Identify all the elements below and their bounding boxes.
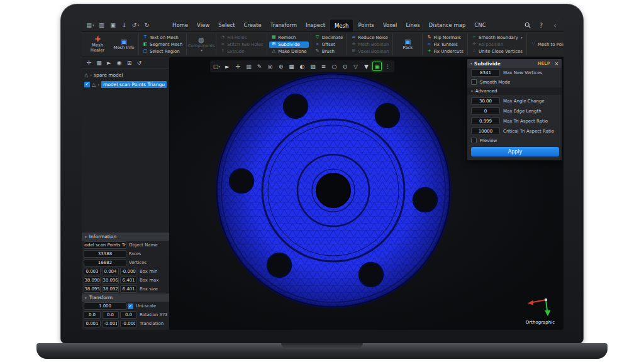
components-button[interactable]: ◍ Components ▾: [189, 36, 214, 53]
preview-checkbox[interactable]: [471, 138, 477, 143]
tab-distance-map[interactable]: Distance map: [425, 19, 470, 31]
max-tri-aspect-ratio-input[interactable]: [471, 118, 500, 125]
open-button[interactable]: ▥: [97, 21, 106, 30]
select-region-button[interactable]: ▢Select Region: [141, 48, 184, 55]
decimate-button[interactable]: ▽Decimate: [313, 35, 345, 41]
tab-inspect[interactable]: Inspect: [301, 19, 330, 31]
save-button[interactable]: ▣: [108, 21, 118, 30]
unite-close-vertices-button[interactable]: ∴Unite Close Vertices: [470, 48, 525, 55]
refresh-icon[interactable]: ↺: [136, 60, 143, 66]
smooth-mode-checkbox[interactable]: [471, 79, 477, 85]
flange-body[interactable]: [216, 74, 450, 307]
flip-normals-button[interactable]: ⇅Flip Normals: [425, 35, 465, 41]
transform-header[interactable]: ▾ Transform: [82, 293, 169, 302]
section-icon[interactable]: ≡: [319, 62, 328, 71]
max-edge-length-input[interactable]: [471, 107, 500, 115]
rotation-z-input[interactable]: [120, 311, 137, 319]
brush-button[interactable]: ✎Brush: [313, 48, 345, 55]
help-link[interactable]: HELP: [538, 61, 550, 66]
subdivide-button[interactable]: ⊞Subdivide: [269, 41, 308, 48]
tab-voxel[interactable]: Voxel: [379, 19, 401, 31]
translation-z-input[interactable]: [120, 320, 137, 327]
orientation-gizmo[interactable]: Orthographic: [511, 294, 555, 325]
fill-holes-button[interactable]: ◔Fill Holes: [218, 35, 265, 41]
visibility-icon[interactable]: ◉: [116, 60, 123, 66]
apply-button[interactable]: Apply: [471, 147, 559, 156]
projection-label[interactable]: Orthographic: [511, 320, 555, 325]
pointer-icon[interactable]: ►: [223, 62, 232, 71]
re-position-button[interactable]: ✛Re-position: [470, 41, 525, 48]
import-button[interactable]: ↓: [119, 21, 129, 30]
filter-icon[interactable]: ▼: [362, 62, 371, 71]
uni-scale-input[interactable]: [84, 302, 126, 310]
measure-icon[interactable]: ⊕: [276, 62, 286, 71]
expand-chevron-icon[interactable]: ›: [90, 73, 92, 78]
tree-row-spare-model[interactable]: △ › spare model: [82, 70, 169, 80]
make-delone-button[interactable]: △Make Delone: [269, 48, 308, 55]
remesh-button[interactable]: ▦Remesh: [269, 35, 308, 41]
camera-icon[interactable]: ▥: [244, 62, 253, 71]
rotation-y-input[interactable]: [102, 311, 119, 319]
lasso-icon[interactable]: ○: [330, 62, 339, 71]
close-icon[interactable]: ✕: [555, 61, 558, 67]
mesh-to-points-button[interactable]: ∵Mesh to Points: [529, 41, 564, 48]
grid-icon[interactable]: ▦: [287, 62, 296, 71]
fix-tunnels-button[interactable]: ∩Fix Tunnels: [425, 41, 465, 48]
tab-transform[interactable]: Transform: [266, 19, 301, 31]
duplicate-icon[interactable]: ⊞: [126, 60, 133, 66]
max-new-vertices-input[interactable]: [471, 69, 500, 77]
marquee-select-icon[interactable]: ▢▾: [212, 62, 221, 71]
fix-undercuts-button[interactable]: +Fix Undercuts: [425, 48, 465, 55]
group-icon[interactable]: ▦: [96, 60, 103, 66]
voxel-boolean-button[interactable]: ⊞Voxel Boolean: [349, 48, 391, 55]
stitch-two-holes-button[interactable]: ≈Stitch Two Holes: [218, 41, 265, 48]
select-icon[interactable]: ►: [106, 60, 113, 66]
reduce-noise-button[interactable]: ≈Reduce Noise: [349, 35, 391, 41]
move-icon[interactable]: ✛: [233, 62, 243, 71]
offset-button[interactable]: »Offset: [313, 41, 345, 48]
tab-mesh[interactable]: Mesh: [330, 19, 353, 31]
mesh-boolean-button[interactable]: ⊕Mesh Boolean: [349, 41, 391, 48]
redo-button[interactable]: ↻: [142, 21, 152, 30]
extrude-button[interactable]: ↑Extrude: [218, 48, 265, 55]
expand-chevron-icon[interactable]: ›: [97, 82, 99, 87]
advanced-section-header[interactable]: ▾ Advanced: [467, 87, 562, 95]
snap-icon[interactable]: ⊙: [340, 62, 350, 71]
uni-scale-checkbox[interactable]: ✓: [128, 304, 133, 309]
target-icon[interactable]: ◎: [265, 62, 275, 71]
visibility-checkbox[interactable]: ✓: [84, 82, 90, 87]
tab-select[interactable]: Select: [214, 19, 239, 31]
tab-home[interactable]: Home: [168, 19, 192, 31]
critical-tri-aspect-ratio-input[interactable]: [471, 128, 500, 135]
tab-create[interactable]: Create: [240, 19, 266, 31]
tab-lines[interactable]: Lines: [401, 19, 424, 31]
max-angle-change-input[interactable]: [471, 97, 500, 105]
subdivide-header[interactable]: ▾ Subdivide HELP ✕: [467, 59, 562, 68]
wireframe-icon[interactable]: ▧: [308, 62, 318, 71]
text-on-mesh-button[interactable]: TText on Mesh: [141, 35, 184, 41]
search-icon[interactable]: [523, 21, 532, 30]
more-options-icon[interactable]: ⋮: [383, 62, 392, 71]
tab-cnc[interactable]: CNC: [470, 19, 490, 31]
tab-view[interactable]: View: [192, 19, 214, 31]
tree-row-model-scan[interactable]: ✓ △ › model scan Points Triangu: [82, 80, 169, 89]
mesh-healer-button[interactable]: ✚ Mesh Healer: [85, 36, 110, 52]
viewport-3d[interactable]: ▢▾ ► ✛ ▥ ✎ ◎ ⊕ ▦ ◐ ▧ ≡ ○ ⊙ ▽ ▼ ▣ ⋮: [170, 57, 564, 330]
undo-button[interactable]: ↺▾: [131, 21, 140, 30]
add-object-icon[interactable]: ✛: [86, 60, 92, 66]
tab-points[interactable]: Points: [353, 19, 379, 31]
rotation-x-input[interactable]: [84, 311, 101, 319]
segment-mesh-button[interactable]: ◧Segment Mesh: [141, 41, 184, 48]
smooth-boundary-button[interactable]: ∽Smooth Boundary▾: [470, 35, 525, 41]
translation-x-input[interactable]: [84, 320, 101, 327]
information-header[interactable]: ▾ Information: [82, 233, 169, 241]
mesh-info-button[interactable]: ▣ Mesh Info: [111, 38, 136, 50]
active-tool-icon[interactable]: ▣: [372, 62, 382, 71]
file-menu-button[interactable]: ▤▾: [86, 21, 95, 30]
isolate-icon[interactable]: ▽: [351, 62, 360, 71]
shading-icon[interactable]: ◐: [297, 62, 307, 71]
pack-button[interactable]: ▣ Pack: [395, 38, 420, 50]
help-button[interactable]: ?: [536, 21, 546, 30]
paint-icon[interactable]: ✎: [255, 62, 264, 71]
translation-y-input[interactable]: [102, 320, 119, 327]
